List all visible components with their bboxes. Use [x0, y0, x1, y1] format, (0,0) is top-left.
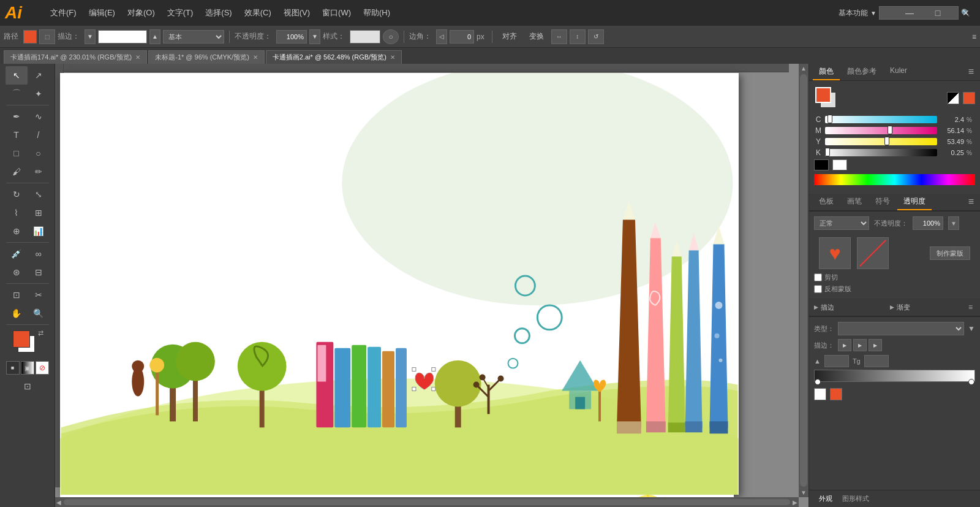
preview-none[interactable] — [857, 237, 889, 269]
gradient-mode-btn[interactable]: ▣ — [21, 361, 34, 375]
panel-tab-brushes[interactable]: 画笔 — [841, 194, 868, 210]
opacity-value-input[interactable] — [913, 216, 943, 230]
corner-decrease[interactable]: ◁ — [436, 29, 447, 44]
c-slider-track[interactable] — [825, 116, 937, 123]
scroll-down-arrow[interactable]: ▼ — [801, 489, 807, 496]
foreground-color-swatch[interactable] — [13, 330, 30, 348]
menu-file[interactable]: 文件(F) — [44, 5, 83, 21]
gradient-bar[interactable] — [814, 370, 975, 382]
slice-tool[interactable]: ✂ — [28, 286, 50, 304]
k-slider-track[interactable] — [825, 149, 937, 156]
color-spectrum[interactable] — [814, 174, 975, 185]
canvas-area[interactable]: g, g, — [55, 64, 809, 507]
menu-window[interactable]: 窗口(W) — [316, 5, 357, 21]
tab-3[interactable]: 卡通插画2.ai* @ 562.48% (RGB/预览) ✕ — [266, 50, 402, 64]
scale-tool[interactable]: ⤡ — [28, 185, 50, 204]
align-button[interactable]: 对齐 — [497, 30, 522, 43]
transform-button[interactable]: 变换 — [524, 30, 549, 43]
swatch-panel-options[interactable]: ≡ — [966, 194, 976, 210]
opacity-dropdown[interactable]: ▼ — [309, 29, 320, 44]
fill-swatch[interactable] — [23, 30, 37, 44]
ellipse-tool[interactable]: ○ — [28, 144, 50, 162]
shape-builder-tool[interactable]: ⊕ — [6, 222, 28, 240]
line-tool[interactable]: / — [28, 126, 50, 144]
zoom-tool[interactable]: 🔍 — [28, 304, 50, 322]
menu-select[interactable]: 选择(S) — [199, 5, 238, 21]
horizontal-scrollbar[interactable]: ◀ ▶ — [55, 497, 799, 507]
curvature-tool[interactable]: ∿ — [28, 107, 50, 126]
panel-tab-kuler[interactable]: Kuler — [884, 64, 913, 80]
bw-icon[interactable] — [947, 92, 959, 104]
scroll-left-arrow[interactable]: ◀ — [56, 499, 61, 506]
symbol-tool[interactable]: ⊛ — [6, 263, 28, 281]
minimize-button[interactable]: — — [895, 0, 924, 26]
menu-help[interactable]: 帮助(H) — [357, 5, 396, 21]
make-mask-button[interactable]: 制作蒙版 — [930, 246, 970, 260]
pen-tool[interactable]: ✒ — [6, 107, 28, 126]
preview-heart[interactable]: ♥ — [819, 237, 851, 269]
gradient-tg-input[interactable] — [864, 355, 889, 367]
stroke-color-swatch[interactable] — [98, 30, 147, 44]
warp-tool[interactable]: ⌇ — [6, 204, 28, 222]
pencil-tool[interactable]: ✏ — [28, 162, 50, 181]
black-swatch[interactable] — [814, 159, 829, 170]
m-slider-track[interactable] — [825, 127, 937, 134]
direct-select-tool[interactable]: ↗ — [28, 66, 50, 85]
toolbar-right-options[interactable]: ≡ — [972, 32, 976, 41]
menu-view[interactable]: 视图(V) — [277, 5, 316, 21]
tab-2[interactable]: 未标题-1* @ 96% (CMYK/预览) ✕ — [148, 50, 265, 64]
tab-1-close[interactable]: ✕ — [135, 54, 140, 61]
graph-tool[interactable]: 📊 — [28, 222, 50, 240]
corner-value-input[interactable] — [450, 30, 474, 44]
free-transform-tool[interactable]: ⊞ — [28, 204, 50, 222]
menu-object[interactable]: 对象(O) — [121, 5, 161, 21]
gradient-stroke-btn-3[interactable]: ▶ — [869, 339, 882, 351]
k-slider-thumb[interactable] — [825, 148, 830, 156]
scroll-up-arrow[interactable]: ▲ — [801, 65, 807, 72]
tab-1[interactable]: 卡通插画174.ai* @ 230.01% (RGB/预览) ✕ — [4, 50, 147, 64]
rect-tool[interactable]: □ — [6, 144, 28, 162]
change-screen-mode-btn[interactable]: ⊡ — [17, 377, 39, 395]
y-slider-track[interactable] — [825, 138, 937, 145]
magic-wand-tool[interactable]: ✦ — [28, 85, 50, 103]
eyedropper-tool[interactable]: 💉 — [6, 245, 28, 263]
blend-tool[interactable]: ∞ — [28, 245, 50, 263]
select-tool[interactable]: ↖ — [6, 66, 28, 85]
gradient-color-stop-1[interactable] — [814, 388, 826, 400]
paintbrush-tool[interactable]: 🖌 — [6, 162, 28, 181]
none-mode-btn[interactable]: ⊘ — [36, 361, 49, 375]
gradient-angle-input[interactable] — [824, 355, 849, 367]
style-circle[interactable]: ○ — [383, 29, 399, 44]
swap-colors-icon[interactable]: ⇄ — [38, 329, 43, 337]
lasso-tool[interactable]: ⌒ — [6, 85, 28, 103]
white-swatch[interactable] — [832, 159, 847, 170]
color-panel-options[interactable]: ≡ — [966, 64, 976, 80]
panel-tab-color[interactable]: 颜色 — [813, 64, 840, 80]
opacity-dropdown-btn[interactable]: ▼ — [948, 216, 959, 230]
type-tool[interactable]: T — [6, 126, 28, 144]
m-slider-thumb[interactable] — [888, 126, 892, 134]
menu-effect[interactable]: 效果(C) — [238, 5, 277, 21]
artboard-tool[interactable]: ⊡ — [6, 286, 28, 304]
c-slider-thumb[interactable] — [827, 115, 832, 123]
toolbar-extra-2[interactable]: ↕ — [570, 29, 586, 44]
gradient-panel-options[interactable]: ≡ — [966, 300, 975, 314]
cut-checkbox[interactable] — [814, 273, 822, 281]
scroll-right-arrow[interactable]: ▶ — [793, 499, 797, 506]
stroke-increase[interactable]: ▲ — [149, 29, 160, 44]
style-swatch[interactable] — [350, 30, 380, 44]
stroke-weight-select[interactable]: 基本 — [163, 30, 224, 44]
fg-color-box[interactable] — [815, 87, 831, 103]
current-color-preview[interactable] — [963, 92, 975, 104]
opacity-input[interactable] — [276, 30, 307, 44]
y-slider-thumb[interactable] — [884, 137, 889, 145]
tab-2-close[interactable]: ✕ — [253, 54, 258, 61]
gradient-stop-right[interactable] — [968, 379, 974, 385]
maximize-button[interactable]: □ — [924, 0, 952, 26]
vertical-scrollbar[interactable]: ▲ ▼ — [799, 64, 809, 497]
art-canvas[interactable]: g, — [60, 73, 739, 495]
panel-tab-symbols[interactable]: 符号 — [869, 194, 896, 210]
appearance-tab[interactable]: 外观 — [814, 493, 837, 505]
gradient-type-dropdown-icon[interactable]: ▼ — [968, 324, 975, 333]
panel-tab-swatches[interactable]: 色板 — [813, 194, 840, 210]
